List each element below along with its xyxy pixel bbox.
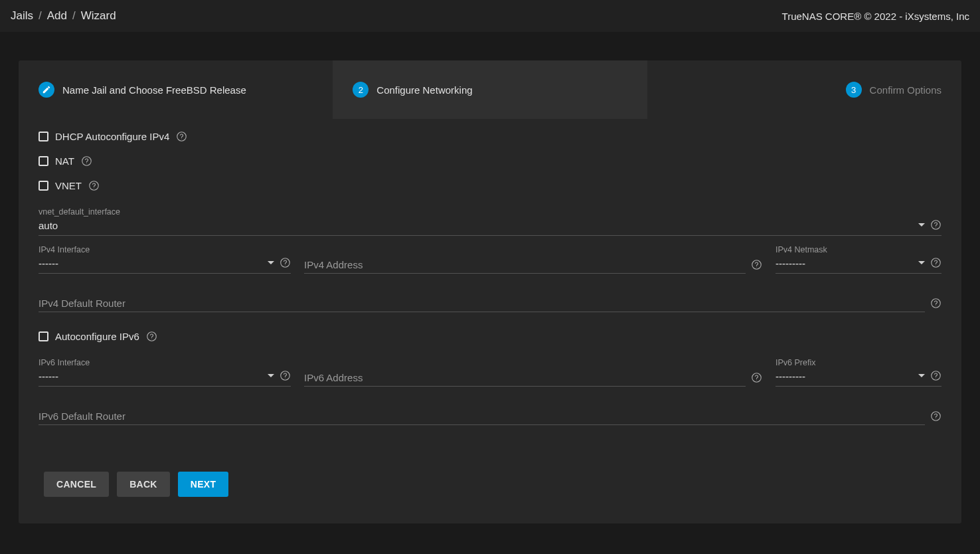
vnet-iface-label: vnet_default_interface bbox=[39, 207, 941, 217]
svg-point-2 bbox=[82, 157, 91, 165]
chevron-down-icon bbox=[918, 223, 925, 227]
dhcp-checkbox[interactable] bbox=[39, 132, 48, 141]
autoconf-ipv6-checkbox[interactable] bbox=[39, 331, 48, 341]
svg-point-1 bbox=[181, 139, 182, 139]
help-icon[interactable] bbox=[146, 331, 157, 342]
vnet-checkbox[interactable] bbox=[39, 181, 48, 191]
svg-point-5 bbox=[94, 188, 94, 189]
svg-point-12 bbox=[932, 258, 940, 266]
ipv4-netmask-select[interactable]: --------- bbox=[776, 254, 925, 270]
ipv4-address-input[interactable]: IPv4 Address bbox=[304, 255, 746, 274]
svg-point-24 bbox=[932, 411, 940, 420]
ipv6-prefix-label: IPv6 Prefix bbox=[776, 358, 941, 367]
form-body: DHCP Autoconfigure IPv4 NAT VNET vnet_de… bbox=[19, 119, 961, 523]
crumb-sep: / bbox=[72, 9, 76, 23]
svg-point-25 bbox=[936, 418, 936, 418]
help-icon[interactable] bbox=[930, 298, 941, 309]
svg-point-0 bbox=[177, 132, 186, 141]
chevron-down-icon bbox=[918, 261, 925, 264]
breadcrumb: Jails / Add / Wizard bbox=[11, 9, 116, 23]
ipv4-iface-label: IPv4 Interface bbox=[39, 245, 291, 254]
help-icon[interactable] bbox=[930, 411, 941, 422]
svg-point-20 bbox=[752, 373, 761, 381]
svg-point-16 bbox=[147, 332, 156, 341]
svg-point-23 bbox=[936, 377, 936, 378]
svg-point-22 bbox=[932, 371, 940, 379]
ipv6-iface-select[interactable]: ------ bbox=[39, 367, 274, 383]
help-icon[interactable] bbox=[751, 372, 762, 383]
back-button[interactable]: BACK bbox=[117, 472, 170, 497]
svg-point-4 bbox=[90, 181, 98, 190]
wizard-card: Name Jail and Choose FreeBSD Release 2 C… bbox=[19, 60, 961, 523]
dhcp-label[interactable]: DHCP Autoconfigure IPv4 bbox=[55, 131, 169, 142]
crumb-add[interactable]: Add bbox=[47, 9, 67, 23]
next-button[interactable]: NEXT bbox=[178, 472, 229, 497]
header-bar: Jails / Add / Wizard TrueNAS CORE® © 202… bbox=[0, 0, 980, 32]
help-icon[interactable] bbox=[81, 155, 92, 167]
svg-point-7 bbox=[936, 227, 936, 227]
ipv4-router-input[interactable]: IPv4 Default Router bbox=[39, 294, 925, 312]
svg-point-13 bbox=[936, 264, 936, 265]
help-icon[interactable] bbox=[88, 180, 100, 191]
help-icon[interactable] bbox=[930, 219, 941, 231]
svg-point-11 bbox=[756, 266, 757, 267]
vnet-iface-select[interactable]: auto bbox=[39, 217, 925, 232]
svg-point-15 bbox=[936, 305, 936, 306]
step-1-label: Name Jail and Choose FreeBSD Release bbox=[62, 84, 246, 96]
step-3-label: Confirm Options bbox=[870, 84, 941, 96]
help-icon[interactable] bbox=[751, 259, 762, 270]
step-number-icon: 2 bbox=[353, 82, 368, 98]
svg-point-3 bbox=[86, 163, 87, 164]
nat-checkbox[interactable] bbox=[39, 156, 48, 166]
crumb-wizard: Wizard bbox=[81, 9, 116, 23]
ipv4-netmask-label: IPv4 Netmask bbox=[776, 245, 941, 254]
svg-point-17 bbox=[151, 339, 152, 339]
ipv6-iface-label: IPv6 Interface bbox=[39, 358, 291, 367]
ipv6-prefix-select[interactable]: --------- bbox=[776, 367, 925, 383]
svg-point-8 bbox=[281, 258, 289, 266]
button-row: CANCEL BACK NEXT bbox=[39, 472, 941, 497]
step-3[interactable]: 3 Confirm Options bbox=[647, 60, 961, 119]
cancel-button[interactable]: CANCEL bbox=[44, 472, 109, 497]
crumb-jails[interactable]: Jails bbox=[11, 9, 33, 23]
stepper: Name Jail and Choose FreeBSD Release 2 C… bbox=[19, 60, 961, 119]
crumb-sep: / bbox=[39, 9, 42, 23]
edit-icon bbox=[39, 82, 54, 98]
svg-point-21 bbox=[756, 379, 757, 380]
nat-label[interactable]: NAT bbox=[55, 155, 74, 167]
ipv4-iface-select[interactable]: ------ bbox=[39, 254, 274, 270]
chevron-down-icon bbox=[918, 374, 925, 377]
vnet-label[interactable]: VNET bbox=[55, 180, 82, 191]
ipv6-address-input[interactable]: IPv6 Address bbox=[304, 368, 746, 387]
svg-point-6 bbox=[932, 220, 940, 229]
svg-point-10 bbox=[752, 260, 761, 268]
ipv6-router-input[interactable]: IPv6 Default Router bbox=[39, 407, 925, 425]
step-2-label: Configure Networking bbox=[376, 84, 472, 96]
svg-point-14 bbox=[932, 298, 940, 307]
help-icon[interactable] bbox=[930, 370, 941, 381]
svg-point-9 bbox=[285, 264, 286, 265]
chevron-down-icon bbox=[268, 374, 274, 377]
svg-point-18 bbox=[281, 371, 289, 379]
step-number-icon: 3 bbox=[846, 82, 862, 98]
svg-point-19 bbox=[285, 377, 286, 378]
version-text: TrueNAS CORE® © 2022 - iXsystems, Inc bbox=[782, 11, 969, 22]
autoconf-ipv6-label[interactable]: Autoconfigure IPv6 bbox=[55, 331, 139, 342]
step-2[interactable]: 2 Configure Networking bbox=[333, 60, 647, 119]
help-icon[interactable] bbox=[176, 131, 187, 142]
chevron-down-icon bbox=[268, 261, 274, 264]
help-icon[interactable] bbox=[280, 257, 291, 268]
help-icon[interactable] bbox=[280, 370, 291, 381]
step-1[interactable]: Name Jail and Choose FreeBSD Release bbox=[19, 60, 333, 119]
help-icon[interactable] bbox=[930, 257, 941, 268]
